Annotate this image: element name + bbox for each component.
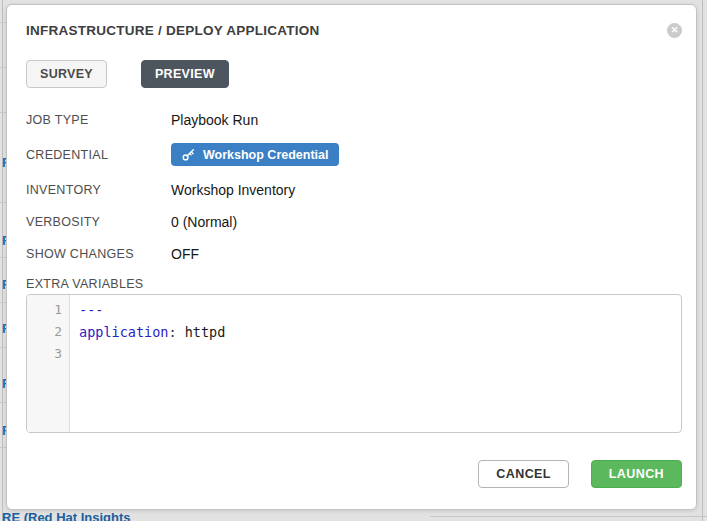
line-number: 1 (27, 299, 62, 321)
credential-badge[interactable]: Workshop Credential (171, 143, 339, 166)
tab-preview[interactable]: PREVIEW (141, 60, 229, 88)
backdrop-bottom-line (430, 516, 707, 517)
inventory-value: Workshop Inventory (171, 182, 295, 198)
tab-bar: SURVEY PREVIEW (26, 60, 682, 88)
code-line (79, 343, 681, 365)
field-row-job-type: JOB TYPE Playbook Run (26, 111, 682, 129)
line-number: 2 (27, 321, 62, 343)
backdrop-left-line (2, 0, 3, 521)
page-title: INFRASTRUCTURE / DEPLOY APPLICATION (26, 23, 682, 38)
field-row-credential: CREDENTIAL Workshop Credential (26, 143, 682, 166)
job-type-value: Playbook Run (171, 112, 258, 128)
extra-variables-label: EXTRA VARIABLES (26, 277, 682, 291)
cancel-button[interactable]: CANCEL (478, 460, 568, 488)
verbosity-value: 0 (Normal) (171, 214, 237, 230)
yaml-doc-start: --- (79, 302, 103, 318)
key-icon (182, 148, 195, 161)
yaml-key: application (79, 324, 168, 340)
extra-variables-editor[interactable]: 1 2 3 --- application: httpd (26, 294, 682, 433)
code-line: application: httpd (79, 321, 681, 343)
editor-line-number-gutter: 1 2 3 (27, 295, 70, 432)
modal-footer: CANCEL LAUNCH (26, 460, 682, 488)
inventory-label: INVENTORY (26, 183, 171, 197)
job-type-label: JOB TYPE (26, 113, 171, 127)
field-row-verbosity: VERBOSITY 0 (Normal) (26, 213, 682, 231)
show-changes-label: SHOW CHANGES (26, 247, 171, 261)
code-line: --- (79, 299, 681, 321)
verbosity-label: VERBOSITY (26, 215, 171, 229)
close-icon[interactable]: ✕ (667, 23, 682, 38)
field-list: JOB TYPE Playbook Run CREDENTIAL Worksho… (26, 111, 682, 263)
background-text-fragment: RE (Red Hat Insights (2, 511, 322, 521)
launch-button[interactable]: LAUNCH (591, 460, 682, 488)
line-number: 3 (27, 343, 62, 365)
backdrop-right-line (702, 0, 703, 521)
show-changes-value: OFF (171, 246, 199, 262)
field-row-inventory: INVENTORY Workshop Inventory (26, 181, 682, 199)
yaml-colon: : (168, 324, 176, 340)
credential-badge-label: Workshop Credential (203, 148, 328, 162)
yaml-value: httpd (177, 324, 226, 340)
editor-code-area: --- application: httpd (70, 295, 681, 432)
deploy-application-modal: INFRASTRUCTURE / DEPLOY APPLICATION ✕ SU… (6, 4, 697, 510)
credential-label: CREDENTIAL (26, 148, 171, 162)
tab-survey[interactable]: SURVEY (26, 60, 107, 88)
field-row-show-changes: SHOW CHANGES OFF (26, 245, 682, 263)
